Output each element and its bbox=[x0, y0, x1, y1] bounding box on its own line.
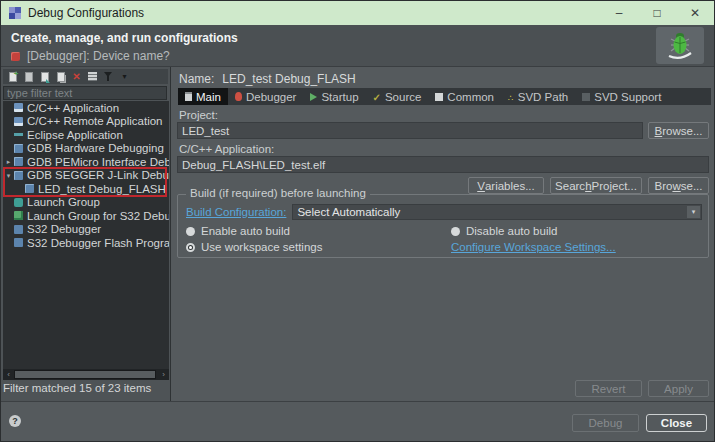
eclipse-application-icon bbox=[14, 130, 23, 139]
scrollbar-thumb[interactable] bbox=[14, 370, 156, 379]
tree-item-label: GDB SEGGER J-Link Debugging bbox=[27, 169, 169, 181]
tab-svd-support[interactable]: SVD Support bbox=[575, 88, 668, 105]
tab-svd-path[interactable]: SVD Path bbox=[501, 88, 575, 105]
revert-apply-row: Revert Apply bbox=[575, 380, 709, 397]
apply-button[interactable]: Apply bbox=[648, 380, 709, 397]
build-group-title: Build (if required) before launching bbox=[186, 187, 370, 199]
debug-button[interactable]: Debug bbox=[572, 414, 639, 432]
close-button[interactable]: Close bbox=[646, 414, 707, 432]
radio-label: Use workspace settings bbox=[201, 241, 322, 253]
tab-label: SVD Support bbox=[594, 91, 661, 103]
tree-item-label: S32 Debugger Flash Programmer bbox=[27, 237, 169, 249]
chevron-down-icon[interactable]: ▾ bbox=[687, 206, 700, 218]
new-configuration-icon[interactable]: + bbox=[7, 70, 18, 83]
duplicate-icon[interactable] bbox=[55, 70, 66, 83]
tab-startup[interactable]: Startup bbox=[303, 88, 365, 105]
sidebar-toolbar: + ✕ ▾ bbox=[3, 69, 168, 84]
help-icon[interactable]: ? bbox=[9, 415, 21, 427]
main-tab-icon bbox=[185, 92, 192, 101]
application-field[interactable] bbox=[177, 156, 709, 173]
build-configuration-select[interactable]: Select Automatically ▾ bbox=[292, 204, 702, 220]
tree-item-label: Launch Group bbox=[27, 196, 100, 208]
launch-config-icon bbox=[25, 184, 34, 193]
export-icon[interactable] bbox=[39, 70, 50, 83]
tree-item[interactable]: Launch Group for S32 Debugger bbox=[3, 209, 169, 223]
tree-item[interactable]: C/C++ Application bbox=[3, 101, 169, 115]
tab-label: SVD Path bbox=[518, 91, 569, 103]
tree-item[interactable]: S32 Debugger Flash Programmer bbox=[3, 236, 169, 250]
variables-button[interactable]: Variables... bbox=[468, 177, 544, 194]
project-label: Project: bbox=[179, 109, 218, 121]
tree-item[interactable]: GDB PEMicro Interface Debugging bbox=[3, 155, 169, 169]
dialog-icon bbox=[9, 7, 21, 19]
tree-item[interactable]: S32 Debugger bbox=[3, 223, 169, 237]
menu-dropdown-icon[interactable]: ▾ bbox=[119, 70, 130, 83]
window-title: Debug Configurations bbox=[28, 6, 144, 20]
error-message-row: [Debugger]: Device name? bbox=[11, 49, 704, 63]
new-prototype-icon[interactable] bbox=[23, 70, 34, 83]
tab-common[interactable]: Common bbox=[428, 88, 501, 105]
maximize-icon[interactable]: □ bbox=[638, 1, 676, 25]
minimize-icon[interactable]: – bbox=[600, 1, 638, 25]
tree-item[interactable]: Launch Group bbox=[3, 196, 169, 210]
debug-bug-icon bbox=[656, 27, 704, 64]
label-fragment: ariables... bbox=[485, 180, 535, 192]
filter-icon[interactable] bbox=[103, 70, 114, 83]
tree-item[interactable]: C/C++ Remote Application bbox=[3, 115, 169, 129]
radio-icon bbox=[186, 227, 195, 236]
browse-project-button[interactable]: Browse... bbox=[648, 122, 709, 139]
tree-item-label: S32 Debugger bbox=[27, 223, 101, 235]
filter-status: Filter matched 15 of 23 items bbox=[3, 382, 151, 394]
launch-group-s32-icon bbox=[14, 211, 23, 220]
gdb-pemicro-icon bbox=[14, 157, 23, 166]
tab-debugger[interactable]: Debugger bbox=[228, 88, 304, 105]
main-area: + ✕ ▾ C/C++ Application C bbox=[1, 67, 714, 401]
launch-group-icon bbox=[14, 198, 23, 207]
tree-item-label: C/C++ Remote Application bbox=[27, 115, 163, 127]
disable-auto-build-radio[interactable]: Disable auto build bbox=[451, 224, 702, 238]
build-configuration-link[interactable]: Build Configuration: bbox=[186, 206, 286, 218]
configuration-panel: Name: Main Debugger Startup S bbox=[171, 67, 715, 401]
browse-application-button[interactable]: Browse... bbox=[648, 177, 709, 194]
gdb-segger-icon bbox=[14, 171, 23, 180]
label-fragment: Searc bbox=[555, 180, 585, 192]
revert-button[interactable]: Revert bbox=[575, 380, 642, 397]
scroll-right-icon[interactable]: › bbox=[158, 369, 169, 380]
use-workspace-settings-radio[interactable]: Use workspace settings bbox=[186, 240, 451, 254]
horizontal-scrollbar[interactable]: ‹ › bbox=[3, 369, 169, 380]
scroll-left-icon[interactable]: ‹ bbox=[3, 369, 14, 380]
configurations-sidebar: + ✕ ▾ C/C++ Application C bbox=[1, 67, 171, 401]
tree-item-led-test[interactable]: LED_test Debug_FLASH bbox=[3, 182, 169, 196]
tree-item[interactable]: Eclipse Application bbox=[3, 128, 169, 142]
filter-input[interactable] bbox=[3, 86, 167, 100]
tree-item-label: LED_test Debug_FLASH bbox=[38, 183, 166, 195]
cpp-application-icon bbox=[14, 103, 23, 112]
chevron-expanded-icon[interactable] bbox=[3, 169, 14, 182]
collapse-all-icon[interactable] bbox=[87, 70, 98, 83]
tree-item[interactable]: GDB Hardware Debugging bbox=[3, 142, 169, 156]
tab-main[interactable]: Main bbox=[178, 88, 228, 105]
tree-item-label: GDB Hardware Debugging bbox=[27, 142, 164, 154]
s32-debugger-icon bbox=[14, 225, 23, 234]
search-project-button[interactable]: Search Project... bbox=[550, 177, 642, 194]
name-label: Name: bbox=[179, 72, 214, 86]
project-field[interactable] bbox=[177, 122, 643, 139]
label-fragment: V bbox=[477, 180, 485, 192]
configurations-tree: C/C++ Application C/C++ Remote Applicati… bbox=[3, 101, 169, 369]
error-icon bbox=[11, 52, 20, 61]
configure-workspace-settings-link[interactable]: Configure Workspace Settings... bbox=[451, 241, 616, 253]
radio-selected-icon bbox=[186, 243, 195, 252]
tab-label: Debugger bbox=[246, 91, 297, 103]
name-input[interactable] bbox=[220, 71, 710, 87]
window-controls: – □ ✕ bbox=[600, 1, 714, 25]
tree-item-gdb-segger[interactable]: GDB SEGGER J-Link Debugging bbox=[3, 169, 169, 183]
tab-label: Source bbox=[385, 91, 421, 103]
tab-source[interactable]: Source bbox=[366, 88, 429, 105]
debugger-tab-icon bbox=[235, 92, 242, 101]
error-message: [Debugger]: Device name? bbox=[27, 49, 170, 63]
radio-label: Disable auto build bbox=[466, 225, 557, 237]
delete-icon[interactable]: ✕ bbox=[71, 70, 82, 83]
close-icon[interactable]: ✕ bbox=[676, 1, 714, 25]
chevron-collapsed-icon[interactable] bbox=[3, 155, 14, 168]
enable-auto-build-radio[interactable]: Enable auto build bbox=[186, 224, 451, 238]
